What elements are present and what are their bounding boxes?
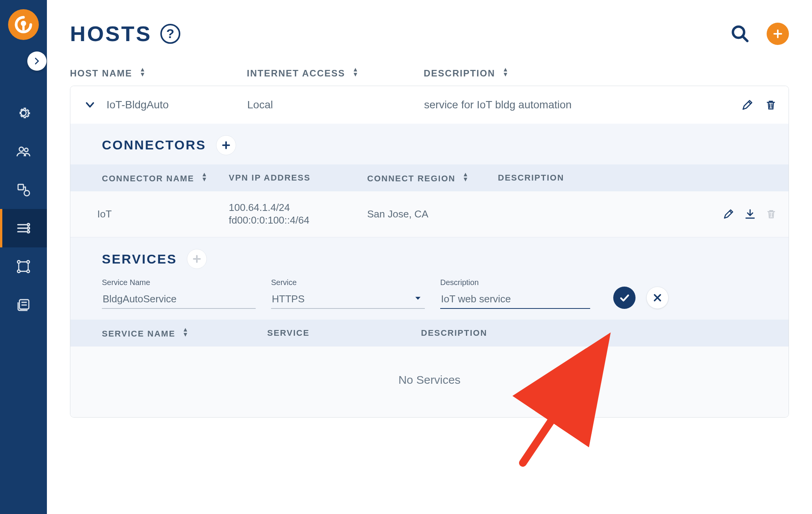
svg-point-3 <box>25 148 28 152</box>
add-service-button[interactable] <box>187 249 207 269</box>
delete-connector-button <box>765 208 777 220</box>
sort-icon: ▲▼ <box>503 67 509 77</box>
col-vpn-ip: VPN IP ADDRESS <box>229 173 367 183</box>
svg-point-11 <box>17 270 20 273</box>
service-type-select[interactable] <box>271 290 425 309</box>
nav-settings[interactable] <box>0 94 47 132</box>
svg-rect-13 <box>20 300 29 309</box>
confirm-service-button[interactable] <box>613 287 636 309</box>
plus-icon <box>221 140 231 151</box>
col-service: SERVICE <box>267 328 421 338</box>
caret-down-icon <box>414 294 422 303</box>
download-icon <box>744 208 756 220</box>
page-title: HOSTS <box>70 21 152 46</box>
trash-icon <box>765 208 777 220</box>
connector-row: IoT 100.64.1.4/24 fd00:0:0:100::4/64 San… <box>70 191 789 238</box>
add-host-button[interactable] <box>767 23 789 45</box>
col-service-description: DESCRIPTION <box>421 328 777 338</box>
search-button[interactable] <box>730 24 750 43</box>
plus-icon <box>772 28 783 39</box>
col-service-name[interactable]: SERVICE NAME ▲▼ <box>102 327 267 339</box>
hosts-icon <box>15 220 32 237</box>
service-type-label: Service <box>271 278 425 287</box>
close-icon <box>652 293 662 303</box>
col-description-label: DESCRIPTION <box>424 68 495 78</box>
sort-icon: ▲▼ <box>140 67 146 77</box>
service-name-input[interactable] <box>102 290 256 309</box>
svg-rect-1 <box>22 24 25 30</box>
sidebar <box>0 0 47 514</box>
host-row[interactable]: IoT-BldgAuto Local service for IoT bldg … <box>70 86 789 124</box>
col-connector-description: DESCRIPTION <box>498 173 777 183</box>
trash-icon <box>765 98 777 111</box>
check-icon <box>619 292 630 303</box>
sort-icon: ▲▼ <box>352 67 359 77</box>
service-name-label: Service Name <box>102 278 256 287</box>
host-card: IoT-BldgAuto Local service for IoT bldg … <box>70 86 789 418</box>
plus-icon <box>191 254 202 264</box>
connectors-panel: CONNECTORS CONNECTOR NAME ▲▼ VPN IP ADDR… <box>70 124 789 237</box>
svg-point-7 <box>27 227 30 229</box>
download-connector-button[interactable] <box>744 208 756 220</box>
connector-region: San Jose, CA <box>367 208 498 220</box>
pencil-icon <box>722 208 735 220</box>
chevron-down-icon[interactable] <box>84 99 96 111</box>
logo-wrap <box>8 9 39 55</box>
nav-items <box>0 94 47 324</box>
nav-networks[interactable] <box>0 171 47 209</box>
nav-hosts[interactable] <box>0 209 47 247</box>
svg-point-8 <box>27 230 30 233</box>
service-desc-input[interactable] <box>440 290 590 309</box>
connectors-title: CONNECTORS <box>102 138 206 153</box>
connector-name: IoT <box>97 208 229 220</box>
nav-topology[interactable] <box>0 247 47 286</box>
service-desc-label: Description <box>440 278 590 287</box>
host-internet-access: Local <box>247 99 424 111</box>
svg-point-6 <box>27 224 30 226</box>
cancel-service-button[interactable] <box>646 287 669 309</box>
svg-rect-4 <box>18 184 23 190</box>
col-internet-access[interactable]: INTERNET ACCESS ▲▼ <box>247 67 424 79</box>
chevron-right-icon <box>33 57 41 65</box>
svg-point-5 <box>24 191 30 196</box>
col-internet-access-label: INTERNET ACCESS <box>247 68 345 78</box>
add-connector-button[interactable] <box>216 135 236 155</box>
col-connect-region[interactable]: CONNECT REGION ▲▼ <box>367 172 498 184</box>
no-services-message: No Services <box>70 347 789 417</box>
col-host-name[interactable]: HOST NAME ▲▼ <box>70 67 247 79</box>
logo-icon <box>8 9 39 40</box>
connector-vpn-ip: 100.64.1.4/24 fd00:0:0:100::4/64 <box>229 201 367 227</box>
edit-host-button[interactable] <box>741 98 754 111</box>
nav-users[interactable] <box>0 132 47 171</box>
sidebar-expand-button[interactable] <box>27 51 47 71</box>
host-name: IoT-BldgAuto <box>106 99 169 111</box>
nav-logs[interactable] <box>0 286 47 324</box>
delete-host-button[interactable] <box>765 98 777 111</box>
services-panel: SERVICES Service Name Service <box>70 237 789 417</box>
svg-point-2 <box>19 147 23 151</box>
host-column-headers: HOST NAME ▲▼ INTERNET ACCESS ▲▼ DESCRIPT… <box>70 67 789 86</box>
col-description[interactable]: DESCRIPTION ▲▼ <box>424 67 789 79</box>
connector-column-headers: CONNECTOR NAME ▲▼ VPN IP ADDRESS CONNECT… <box>70 164 789 191</box>
topology-icon <box>15 259 32 275</box>
service-column-headers: SERVICE NAME ▲▼ SERVICE DESCRIPTION <box>70 320 789 347</box>
main: HOSTS ? HOST NAME ▲▼ INTERNET ACCESS <box>47 0 812 514</box>
pencil-icon <box>741 98 754 111</box>
gear-icon <box>15 105 32 121</box>
users-icon <box>15 143 32 160</box>
col-connector-name[interactable]: CONNECTOR NAME ▲▼ <box>102 172 229 184</box>
sort-icon: ▲▼ <box>182 327 189 337</box>
help-button[interactable]: ? <box>160 24 180 44</box>
svg-point-12 <box>27 270 30 273</box>
svg-point-10 <box>27 260 30 263</box>
svg-point-9 <box>17 260 20 263</box>
edit-connector-button[interactable] <box>722 208 735 220</box>
host-description: service for IoT bldg automation <box>424 99 741 111</box>
services-title: SERVICES <box>102 252 177 267</box>
col-host-name-label: HOST NAME <box>70 68 132 78</box>
sort-icon: ▲▼ <box>201 172 208 182</box>
network-icon <box>15 182 32 198</box>
logs-icon <box>15 297 32 313</box>
page-header: HOSTS ? <box>70 21 789 46</box>
service-form: Service Name Service Description <box>70 278 789 320</box>
